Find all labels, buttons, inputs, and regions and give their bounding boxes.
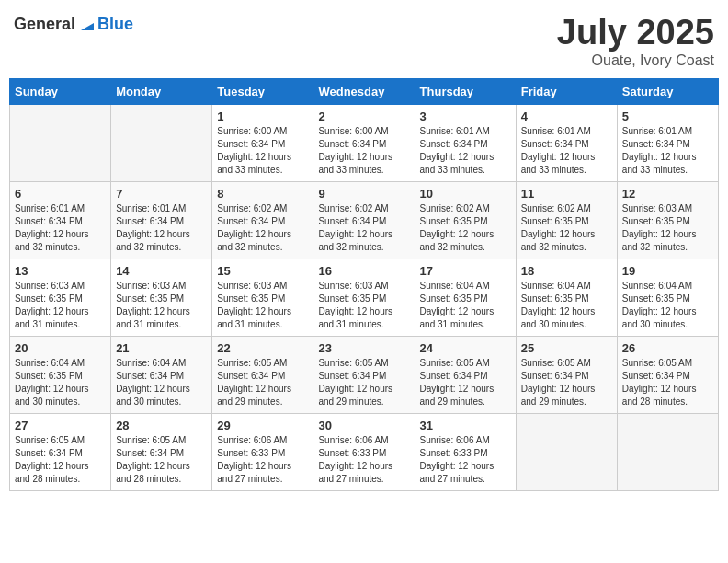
logo: General Blue xyxy=(14,14,133,34)
table-row: 28Sunrise: 6:05 AMSunset: 6:34 PMDayligh… xyxy=(111,413,212,490)
table-row: 1Sunrise: 6:00 AMSunset: 6:34 PMDaylight… xyxy=(212,104,313,181)
day-number: 3 xyxy=(420,109,511,123)
day-number: 11 xyxy=(521,187,612,201)
logo-text-general: General xyxy=(14,15,75,34)
cell-details: Sunrise: 6:04 AMSunset: 6:34 PMDaylight:… xyxy=(116,357,207,408)
day-number: 10 xyxy=(420,187,511,201)
cell-details: Sunrise: 6:00 AMSunset: 6:34 PMDaylight:… xyxy=(217,125,308,177)
table-row: 23Sunrise: 6:05 AMSunset: 6:34 PMDayligh… xyxy=(313,336,415,413)
cell-details: Sunrise: 6:05 AMSunset: 6:34 PMDaylight:… xyxy=(622,357,713,408)
table-row: 18Sunrise: 6:04 AMSunset: 6:35 PMDayligh… xyxy=(516,259,617,336)
calendar-header-row: Sunday Monday Tuesday Wednesday Thursday… xyxy=(10,78,719,104)
table-row: 19Sunrise: 6:04 AMSunset: 6:35 PMDayligh… xyxy=(617,259,718,336)
day-number: 31 xyxy=(420,419,511,432)
day-number: 30 xyxy=(318,419,409,432)
logo-text-blue: Blue xyxy=(97,15,133,34)
table-row: 16Sunrise: 6:03 AMSunset: 6:35 PMDayligh… xyxy=(313,259,415,336)
table-row: 5Sunrise: 6:01 AMSunset: 6:34 PMDaylight… xyxy=(617,104,718,181)
cell-details: Sunrise: 6:01 AMSunset: 6:34 PMDaylight:… xyxy=(116,202,207,254)
cell-details: Sunrise: 6:01 AMSunset: 6:34 PMDaylight:… xyxy=(15,202,106,254)
calendar-subtitle: Ouate, Ivory Coast xyxy=(557,52,714,69)
table-row: 3Sunrise: 6:01 AMSunset: 6:34 PMDaylight… xyxy=(415,104,516,181)
calendar-week-row: 1Sunrise: 6:00 AMSunset: 6:34 PMDaylight… xyxy=(10,104,719,181)
cell-details: Sunrise: 6:04 AMSunset: 6:35 PMDaylight:… xyxy=(622,280,713,331)
table-row: 14Sunrise: 6:03 AMSunset: 6:35 PMDayligh… xyxy=(111,259,212,336)
day-number: 19 xyxy=(622,264,713,278)
cell-details: Sunrise: 6:04 AMSunset: 6:35 PMDaylight:… xyxy=(420,280,511,331)
day-number: 17 xyxy=(420,264,511,278)
table-row: 4Sunrise: 6:01 AMSunset: 6:34 PMDaylight… xyxy=(516,104,617,181)
day-number: 1 xyxy=(217,109,308,123)
calendar-week-row: 27Sunrise: 6:05 AMSunset: 6:34 PMDayligh… xyxy=(10,413,719,490)
table-row: 11Sunrise: 6:02 AMSunset: 6:35 PMDayligh… xyxy=(516,181,617,259)
cell-details: Sunrise: 6:06 AMSunset: 6:33 PMDaylight:… xyxy=(420,434,511,486)
day-number: 28 xyxy=(116,419,207,432)
table-row: 27Sunrise: 6:05 AMSunset: 6:34 PMDayligh… xyxy=(10,413,111,490)
day-number: 22 xyxy=(217,341,308,355)
cell-details: Sunrise: 6:01 AMSunset: 6:34 PMDaylight:… xyxy=(622,125,713,177)
cell-details: Sunrise: 6:05 AMSunset: 6:34 PMDaylight:… xyxy=(521,357,612,408)
day-number: 20 xyxy=(15,341,106,355)
day-number: 16 xyxy=(318,264,409,278)
calendar-table: Sunday Monday Tuesday Wednesday Thursday… xyxy=(9,78,719,491)
cell-details: Sunrise: 6:04 AMSunset: 6:35 PMDaylight:… xyxy=(521,280,612,331)
table-row: 17Sunrise: 6:04 AMSunset: 6:35 PMDayligh… xyxy=(415,259,516,336)
calendar-week-row: 20Sunrise: 6:04 AMSunset: 6:35 PMDayligh… xyxy=(10,336,719,413)
cell-details: Sunrise: 6:05 AMSunset: 6:34 PMDaylight:… xyxy=(318,357,409,408)
table-row: 12Sunrise: 6:03 AMSunset: 6:35 PMDayligh… xyxy=(617,181,718,259)
table-row: 13Sunrise: 6:03 AMSunset: 6:35 PMDayligh… xyxy=(10,259,111,336)
cell-details: Sunrise: 6:03 AMSunset: 6:35 PMDaylight:… xyxy=(318,280,409,331)
day-number: 29 xyxy=(217,419,308,432)
table-row xyxy=(617,413,718,490)
table-row: 9Sunrise: 6:02 AMSunset: 6:34 PMDaylight… xyxy=(313,181,415,259)
header-sunday: Sunday xyxy=(10,78,111,104)
day-number: 24 xyxy=(420,341,511,355)
day-number: 2 xyxy=(318,109,409,123)
day-number: 13 xyxy=(15,264,106,278)
cell-details: Sunrise: 6:03 AMSunset: 6:35 PMDaylight:… xyxy=(622,202,713,254)
table-row: 25Sunrise: 6:05 AMSunset: 6:34 PMDayligh… xyxy=(516,336,617,413)
day-number: 6 xyxy=(15,187,106,201)
table-row: 20Sunrise: 6:04 AMSunset: 6:35 PMDayligh… xyxy=(10,336,111,413)
day-number: 9 xyxy=(318,187,409,201)
header-thursday: Thursday xyxy=(415,78,516,104)
calendar-week-row: 6Sunrise: 6:01 AMSunset: 6:34 PMDaylight… xyxy=(10,181,719,259)
cell-details: Sunrise: 6:01 AMSunset: 6:34 PMDaylight:… xyxy=(521,125,612,177)
day-number: 5 xyxy=(622,109,713,123)
table-row: 21Sunrise: 6:04 AMSunset: 6:34 PMDayligh… xyxy=(111,336,212,413)
calendar-title: July 2025 xyxy=(557,14,714,52)
table-row: 26Sunrise: 6:05 AMSunset: 6:34 PMDayligh… xyxy=(617,336,718,413)
svg-marker-0 xyxy=(81,23,94,30)
cell-details: Sunrise: 6:03 AMSunset: 6:35 PMDaylight:… xyxy=(15,280,106,331)
cell-details: Sunrise: 6:03 AMSunset: 6:35 PMDaylight:… xyxy=(217,280,308,331)
table-row: 2Sunrise: 6:00 AMSunset: 6:34 PMDaylight… xyxy=(313,104,415,181)
day-number: 12 xyxy=(622,187,713,201)
cell-details: Sunrise: 6:02 AMSunset: 6:35 PMDaylight:… xyxy=(521,202,612,254)
day-number: 7 xyxy=(116,187,207,201)
cell-details: Sunrise: 6:05 AMSunset: 6:34 PMDaylight:… xyxy=(15,434,106,486)
cell-details: Sunrise: 6:03 AMSunset: 6:35 PMDaylight:… xyxy=(116,280,207,331)
header-tuesday: Tuesday xyxy=(212,78,313,104)
day-number: 23 xyxy=(318,341,409,355)
day-number: 25 xyxy=(521,341,612,355)
table-row: 10Sunrise: 6:02 AMSunset: 6:35 PMDayligh… xyxy=(415,181,516,259)
calendar-week-row: 13Sunrise: 6:03 AMSunset: 6:35 PMDayligh… xyxy=(10,259,719,336)
day-number: 15 xyxy=(217,264,308,278)
table-row xyxy=(516,413,617,490)
cell-details: Sunrise: 6:06 AMSunset: 6:33 PMDaylight:… xyxy=(318,434,409,486)
cell-details: Sunrise: 6:00 AMSunset: 6:34 PMDaylight:… xyxy=(318,125,409,177)
header-monday: Monday xyxy=(111,78,212,104)
table-row: 24Sunrise: 6:05 AMSunset: 6:34 PMDayligh… xyxy=(415,336,516,413)
header-wednesday: Wednesday xyxy=(313,78,415,104)
title-section: July 2025 Ouate, Ivory Coast xyxy=(557,14,714,69)
logo-icon xyxy=(77,14,97,34)
day-number: 14 xyxy=(116,264,207,278)
table-row: 6Sunrise: 6:01 AMSunset: 6:34 PMDaylight… xyxy=(10,181,111,259)
header-saturday: Saturday xyxy=(617,78,718,104)
table-row: 8Sunrise: 6:02 AMSunset: 6:34 PMDaylight… xyxy=(212,181,313,259)
day-number: 4 xyxy=(521,109,612,123)
table-row: 30Sunrise: 6:06 AMSunset: 6:33 PMDayligh… xyxy=(313,413,415,490)
day-number: 26 xyxy=(622,341,713,355)
cell-details: Sunrise: 6:05 AMSunset: 6:34 PMDaylight:… xyxy=(217,357,308,408)
day-number: 21 xyxy=(116,341,207,355)
